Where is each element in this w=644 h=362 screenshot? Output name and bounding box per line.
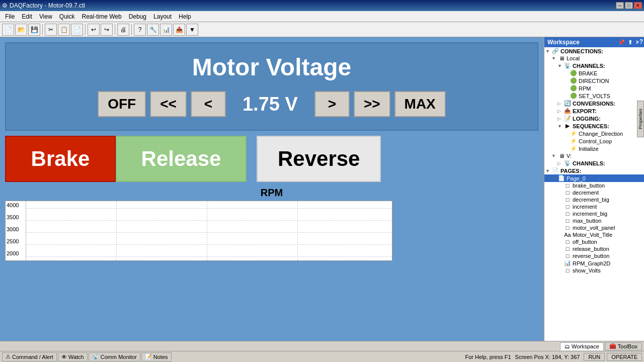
tree-item-connections-[interactable]: ▼🔗CONNECTIONS: [544, 47, 644, 55]
tree-item-initialize[interactable]: ⚡Initialize [544, 145, 644, 152]
tree-item-set-volts[interactable]: 🟢SET_VOLTS [544, 92, 644, 100]
tree-expand-icon[interactable]: ▷ [557, 161, 564, 166]
tb-redo[interactable]: ↪ [101, 24, 113, 36]
tree-expand-icon[interactable]: ▼ [551, 56, 557, 61]
tree-item-show-volts[interactable]: □show_Volts [544, 267, 644, 274]
tree-item-release-button[interactable]: □release_button [544, 245, 644, 252]
title-bar-controls[interactable]: ─ □ ✕ [616, 2, 642, 9]
tree-item-change-direction[interactable]: ⚡Change_Direction [544, 130, 644, 137]
maximize-button[interactable]: □ [625, 2, 633, 9]
decrement-button[interactable]: < [191, 91, 226, 117]
tb-settings[interactable]: 🔧 [147, 24, 159, 36]
tree-item-decrement-big[interactable]: □decrement_big [544, 196, 644, 203]
watch-tab[interactable]: 👁 Watch [58, 352, 88, 361]
tree-item-control-loop[interactable]: ⚡Control_Loop [544, 137, 644, 145]
tree-item-export-[interactable]: ▷📤EXPORT: [544, 107, 644, 115]
tree-item-label: reverse_button [573, 253, 643, 259]
tree-item-icon: □ [564, 204, 572, 210]
tree-item-motor-volt-title[interactable]: AaMotor_Volt_Title [544, 231, 644, 238]
status-left: ⚠ Command / Alert 👁 Watch 📡 Comm Monitor… [2, 352, 172, 361]
help-side-icon[interactable]: ? [638, 37, 644, 46]
tree-expand-icon[interactable]: ▼ [545, 49, 551, 54]
tree-item-v-[interactable]: ▼🖥V: [544, 152, 644, 159]
reverse-button[interactable]: Reverse [257, 136, 381, 182]
tb-separator-2 [85, 24, 86, 35]
properties-tab[interactable]: Properties [637, 101, 644, 137]
menu-realtime-web[interactable]: Real-time Web [79, 12, 125, 21]
menu-debug[interactable]: Debug [126, 12, 149, 21]
tree-item-motor-volt-panel[interactable]: □motor_volt_panel [544, 224, 644, 231]
tree-item-rpm[interactable]: 🟢RPM [544, 84, 644, 92]
tb-open[interactable]: 📂 [15, 24, 27, 36]
tree-item-brake-button[interactable]: □brake_button [544, 182, 644, 189]
tree-expand-icon[interactable]: ▷ [557, 116, 564, 121]
tree-expand-icon[interactable]: ▷ [557, 101, 564, 106]
increment-big-button[interactable]: >> [354, 91, 390, 117]
tree-item-logging-[interactable]: ▷📝LOGGING: [544, 115, 644, 122]
tb-cut[interactable]: ✂ [45, 24, 57, 36]
tree-item-direction[interactable]: 🟢DIRECTION [544, 77, 644, 84]
rpm-graph: 4000 3500 3000 2500 2000 [5, 201, 392, 261]
tb-print[interactable]: 🖨 [117, 24, 129, 36]
tree-item-rpm-graph2d[interactable]: 📊RPM_Graph2D [544, 259, 644, 267]
brake-button[interactable]: Brake [5, 136, 116, 182]
tb-undo[interactable]: ↩ [88, 24, 100, 36]
workspace-float-btn[interactable]: ⬆ [627, 39, 633, 46]
tb-help[interactable]: ? [134, 24, 146, 36]
tree-expand-icon[interactable]: ▼ [557, 124, 564, 129]
off-button[interactable]: OFF [98, 91, 146, 117]
menu-layout[interactable]: Layout [150, 12, 175, 21]
close-button[interactable]: ✕ [634, 2, 642, 9]
workspace-tab[interactable]: 🗂 Workspace [560, 342, 604, 350]
tree-item-channels-[interactable]: ▼📡CHANNELS: [544, 62, 644, 69]
tree-item-conversions-[interactable]: ▷🔄CONVERSIONS: [544, 100, 644, 107]
tree-item-icon: 📤 [564, 108, 572, 114]
tree-item-icon: □ [564, 225, 572, 231]
menu-help[interactable]: Help [176, 12, 194, 21]
tb-copy[interactable]: 📋 [58, 24, 70, 36]
tree-item-page-0[interactable]: ▼📄Page_0 [544, 174, 644, 182]
toolbox-tab[interactable]: 🧰 ToolBox [605, 342, 642, 350]
tb-chart[interactable]: 📊 [160, 24, 172, 36]
command-alert-tab[interactable]: ⚠ Command / Alert [2, 352, 57, 361]
run-button[interactable]: RUN [584, 353, 605, 361]
tree-item-icon: □ [564, 183, 572, 189]
tb-export[interactable]: 📤 [173, 24, 185, 36]
decrement-big-button[interactable]: << [150, 91, 187, 117]
tree-item-increment-big[interactable]: □increment_big [544, 210, 644, 217]
tree-expand-icon[interactable]: ▼ [551, 176, 557, 181]
tb-dropdown[interactable]: ▼ [186, 24, 198, 36]
tree-expand-icon[interactable]: ▼ [551, 153, 557, 158]
menu-quick[interactable]: Quick [56, 12, 78, 21]
max-button[interactable]: MAX [394, 91, 446, 117]
tree-item-channels-[interactable]: ▷📡CHANNELS: [544, 159, 644, 167]
tb-new[interactable]: 📄 [2, 24, 14, 36]
tb-save[interactable]: 💾 [28, 24, 40, 36]
tree-expand-icon[interactable]: ▷ [557, 109, 564, 114]
tree-item-reverse-button[interactable]: □reverse_button [544, 252, 644, 259]
tb-paste[interactable]: 📄 [71, 24, 83, 36]
operate-button[interactable]: OPERATE [607, 353, 642, 361]
workspace-header-controls[interactable]: 📌 ⬆ ✕ [617, 39, 641, 46]
tree-item-sequences-[interactable]: ▼▶SEQUENCES: [544, 122, 644, 130]
tree-expand-icon[interactable]: ▼ [545, 168, 551, 173]
tree-expand-icon[interactable]: ▼ [557, 63, 564, 68]
menu-edit[interactable]: Edit [19, 12, 35, 21]
increment-button[interactable]: > [314, 91, 350, 117]
tree-item-label: DIRECTION [579, 78, 643, 84]
minimize-button[interactable]: ─ [616, 2, 624, 9]
tree-item-local[interactable]: ▼🖥Local [544, 55, 644, 62]
menu-file[interactable]: File [2, 12, 18, 21]
tree-item-icon: 🟢 [570, 70, 578, 76]
menu-view[interactable]: View [36, 12, 55, 21]
tree-item-increment[interactable]: □increment [544, 203, 644, 210]
release-button[interactable]: Release [116, 136, 247, 182]
tree-item-max-button[interactable]: □max_button [544, 217, 644, 224]
tree-item-pages-[interactable]: ▼📄PAGES: [544, 167, 644, 174]
tree-item-off-button[interactable]: □off_button [544, 238, 644, 245]
notes-tab[interactable]: 📝 Notes [141, 352, 172, 361]
tree-item-brake[interactable]: 🟢BRAKE [544, 69, 644, 77]
comm-monitor-tab[interactable]: 📡 Comm Monitor [89, 352, 140, 361]
workspace-pin-btn[interactable]: 📌 [617, 39, 626, 46]
tree-item-decrement[interactable]: □decrement [544, 189, 644, 196]
